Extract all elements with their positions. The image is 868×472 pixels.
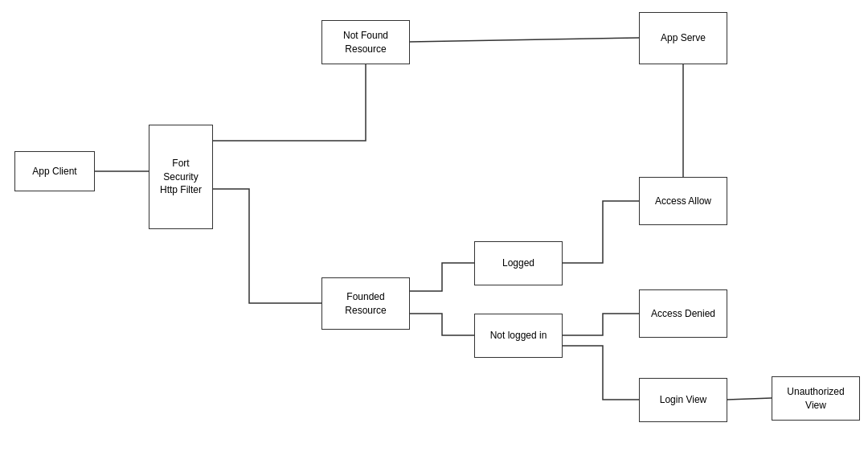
- unauthorized-view-node: UnauthorizedView: [772, 376, 860, 421]
- app-client-node: App Client: [14, 151, 95, 191]
- login-view-node: Login View: [639, 378, 727, 422]
- not-found-resource-node: Not Found Resource: [321, 20, 410, 64]
- access-denied-node: Access Denied: [639, 289, 727, 338]
- diagram: App Client FortSecurityHttp Filter Not F…: [0, 0, 868, 472]
- fort-security-node: FortSecurityHttp Filter: [149, 125, 213, 229]
- logged-node: Logged: [474, 241, 563, 285]
- connections-svg: [0, 0, 868, 472]
- svg-line-1: [410, 38, 639, 42]
- svg-line-3: [727, 398, 772, 400]
- access-allow-node: Access Allow: [639, 177, 727, 225]
- app-serve-node: App Serve: [639, 12, 727, 64]
- founded-resource-node: FoundedResource: [321, 277, 410, 330]
- not-logged-in-node: Not logged in: [474, 314, 563, 358]
